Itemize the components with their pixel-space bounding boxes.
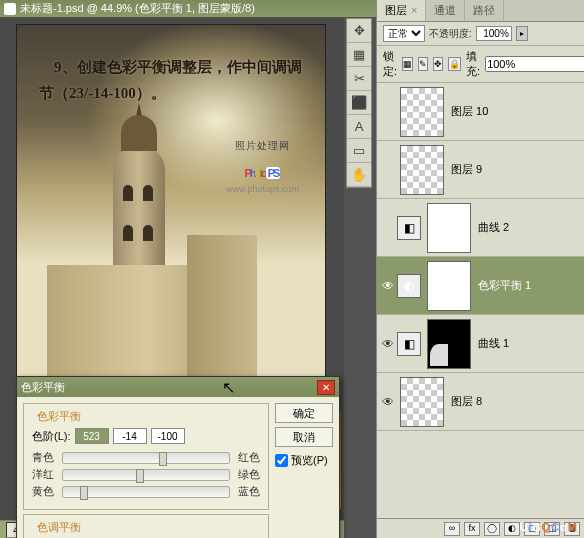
tab-layers[interactable]: 图层× (377, 0, 426, 21)
instruction-text: 9、创建色彩平衡调整层，作中间调调节（23/-14-100）。 (39, 55, 307, 106)
grid-tool-icon[interactable]: ▦ (347, 43, 371, 67)
level-2-input[interactable] (113, 428, 147, 444)
doc-title: 未标题-1.psd @ 44.9% (色彩平衡 1, 图层蒙版/8) (20, 1, 255, 16)
adjustment-layer-icon: ◧ (397, 332, 421, 356)
mask-icon[interactable]: ◯ (484, 522, 500, 536)
cursor-icon: ↖ (222, 378, 235, 397)
layers-panel: 图层× 通道 路径 正常 不透明度: ▸ 锁定: ▦ ✎ ✥ 🔒 填充: ▸ 图… (376, 0, 584, 538)
lock-transparency-icon[interactable]: ▦ (402, 57, 413, 71)
layer-name[interactable]: 图层 9 (447, 162, 582, 177)
layers-list[interactable]: 图层 10图层 9◧曲线 2👁◐色彩平衡 1👁◧曲线 1👁图层 8 (377, 83, 584, 518)
adjustment-layer-icon: ◧ (397, 216, 421, 240)
layer-row[interactable]: 图层 9 (377, 141, 584, 199)
layer-row[interactable]: ◧曲线 2 (377, 199, 584, 257)
layer-name[interactable]: 图层 10 (447, 104, 582, 119)
opacity-input[interactable] (476, 26, 512, 41)
layer-name[interactable]: 色彩平衡 1 (474, 278, 582, 293)
magenta-green-slider[interactable] (62, 469, 230, 481)
level-1-input[interactable] (75, 428, 109, 444)
cancel-button[interactable]: 取消 (275, 427, 333, 447)
visibility-eye-icon[interactable]: 👁 (379, 279, 397, 293)
lock-paint-icon[interactable]: ✎ (418, 57, 428, 71)
color-balance-group: 色彩平衡 色阶(L): 青色红色 洋红绿色 黄色蓝色 (23, 403, 269, 510)
close-button[interactable]: ✕ (317, 380, 335, 395)
move-tool-icon[interactable]: ✥ (347, 19, 371, 43)
dialog-titlebar[interactable]: 色彩平衡 ✕ (17, 377, 339, 397)
type-tool-icon[interactable]: A (347, 115, 371, 139)
layer-row[interactable]: 👁◐色彩平衡 1 (377, 257, 584, 315)
photops-logo: 照片处理网 PhotoPS www.photops.com (226, 139, 299, 194)
link-icon[interactable]: ∞ (444, 522, 460, 536)
blend-mode-select[interactable]: 正常 (383, 25, 425, 42)
lock-all-icon[interactable]: 🔒 (448, 57, 461, 71)
ok-button[interactable]: 确定 (275, 403, 333, 423)
layer-thumbnail[interactable] (427, 203, 471, 253)
preview-checkbox[interactable]: 预览(P) (275, 453, 333, 468)
layer-name[interactable]: 曲线 1 (474, 336, 582, 351)
opacity-arrow-icon[interactable]: ▸ (516, 26, 528, 41)
layer-thumbnail[interactable] (400, 377, 444, 427)
cyan-red-slider[interactable] (62, 452, 230, 464)
fx-icon[interactable]: fx (464, 522, 480, 536)
slice-tool-icon[interactable]: ✂ (347, 67, 371, 91)
layer-name[interactable]: 图层 8 (447, 394, 582, 409)
layer-thumbnail[interactable] (427, 319, 471, 369)
doc-icon (4, 3, 16, 15)
layer-thumbnail[interactable] (400, 145, 444, 195)
levels-label: 色阶(L): (32, 429, 71, 444)
layer-row[interactable]: 👁◧曲线 1 (377, 315, 584, 373)
hand-tool-icon[interactable]: ✋ (347, 163, 371, 187)
color-balance-dialog: 色彩平衡 ✕ 色彩平衡 色阶(L): 青色红色 洋红绿色 黄色蓝色 色调平衡 阴… (16, 376, 340, 538)
yellow-blue-slider[interactable] (62, 486, 230, 498)
lock-position-icon[interactable]: ✥ (433, 57, 443, 71)
adjustment-icon[interactable]: ◐ (504, 522, 520, 536)
watermark: UiBQCoM (520, 517, 578, 534)
panel-tabs: 图层× 通道 路径 (377, 0, 584, 22)
layer-row[interactable]: 👁图层 8 (377, 373, 584, 431)
vertical-toolbar: ✥ ▦ ✂ ⬛ A ▭ ✋ (346, 18, 372, 188)
dialog-title: 色彩平衡 (21, 380, 65, 395)
shape-tool-icon[interactable]: ▭ (347, 139, 371, 163)
visibility-eye-icon[interactable]: 👁 (379, 395, 397, 409)
crop-tool-icon[interactable]: ⬛ (347, 91, 371, 115)
adjustment-layer-icon: ◐ (397, 274, 421, 298)
layer-name[interactable]: 曲线 2 (474, 220, 582, 235)
tone-balance-group: 色调平衡 阴影(S) 中间调(D) 高光(H) 保持明度(V) (23, 514, 269, 538)
layer-thumbnail[interactable] (427, 261, 471, 311)
layer-row[interactable]: 图层 10 (377, 83, 584, 141)
visibility-eye-icon[interactable]: 👁 (379, 337, 397, 351)
level-3-input[interactable] (151, 428, 185, 444)
layer-thumbnail[interactable] (400, 87, 444, 137)
tab-channels[interactable]: 通道 (426, 0, 465, 21)
fill-input[interactable] (485, 56, 584, 72)
tab-paths[interactable]: 路径 (465, 0, 504, 21)
